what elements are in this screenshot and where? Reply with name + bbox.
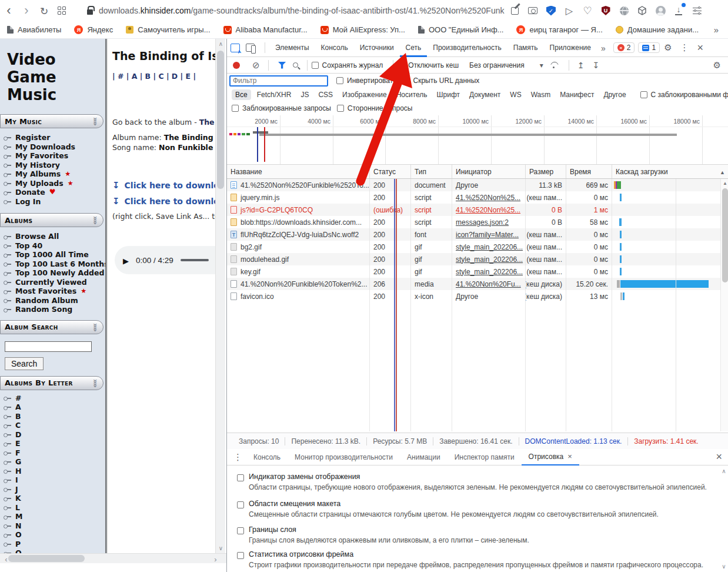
search-icon[interactable] [293,62,298,68]
scrollbar-thumb[interactable] [217,51,224,189]
letter-link[interactable]: H [4,467,105,476]
disable-cache-label[interactable]: Отключить кеш [408,61,459,69]
bookmark-domashnie[interactable]: Домашние задани... [616,25,699,34]
section-header-my-music[interactable]: My Music [0,114,103,128]
filter-funnel-icon[interactable] [278,62,286,69]
col-waterfall[interactable]: Каскад загрузки [612,165,728,178]
address-bar[interactable]: downloads.khinsider.com/game-soundtracks… [99,6,505,15]
more-tabs-icon[interactable] [597,43,610,53]
tune-menu-icon[interactable] [690,4,703,17]
invert-label[interactable]: Инвертировать [347,77,397,85]
col-initiator[interactable]: Инициатор [452,165,526,178]
album-search-input[interactable] [5,341,92,352]
letter-link[interactable]: L [4,503,105,513]
player-seekbar[interactable] [181,259,209,261]
sidebar-item-top-40[interactable]: Top 40 [4,241,105,251]
type-filter-xhr[interactable]: Fetch/XHR [253,89,295,100]
letter-link[interactable]: Q [4,548,105,553]
paint-flashing-checkbox[interactable] [237,474,244,481]
album-link[interactable]: The Bind [199,118,215,127]
drawer-kebab-icon[interactable] [229,452,246,463]
throttling-select[interactable]: Без ограничения [469,61,543,69]
letter-link[interactable]: E [4,439,105,448]
sidebar-item-my-favorites[interactable]: My Favorites [4,151,105,161]
import-har-icon[interactable] [573,60,589,70]
frame-rendering-stats-checkbox[interactable] [237,552,244,559]
export-har-icon[interactable] [588,60,603,70]
error-count-badge[interactable]: 2 [613,42,635,53]
drawer-tab-console[interactable]: Консоль [246,449,288,465]
scrollbar-thumb[interactable] [8,555,85,562]
package-extension-icon[interactable] [636,4,649,17]
scroll-up-icon[interactable] [721,181,728,186]
type-filter-css[interactable]: CSS [315,89,336,100]
tab-console[interactable]: Консоль [315,39,354,57]
initiator-link[interactable]: 41.%20Non%20Fu... [456,280,521,288]
tab-sources[interactable]: Источники [354,39,400,57]
request-row[interactable]: 41.%2520Non%2520Funkible%2520To... 200 d… [227,179,728,191]
blocked-cookies-checkbox[interactable] [640,91,647,98]
layer-borders-checkbox[interactable] [237,527,244,534]
blocked-requests-label[interactable]: Заблокированные запросы [242,104,331,112]
scroll-right-icon[interactable] [211,555,221,564]
letter-link[interactable]: # [4,394,105,403]
request-row-error[interactable]: js?id=G-C2PLQ6T0CQ (ошибка) script 41.%2… [227,204,728,216]
network-filter-input[interactable] [229,75,328,87]
download-link-1[interactable]: Click here to download as [112,180,215,191]
table-scrollbar[interactable] [720,179,728,431]
type-filter-wasm[interactable]: Wasm [527,89,555,100]
type-filter-all[interactable]: Все [232,89,251,100]
letter-link[interactable]: C [4,421,105,430]
sidebar-item-my-history[interactable]: My History [4,161,105,170]
download-link-2[interactable]: Click here to download as [112,196,215,207]
edit-bookmark-icon[interactable] [508,4,521,17]
play-button[interactable] [123,255,129,266]
drawer-tab-animations[interactable]: Анимации [400,449,448,465]
bookmark-ooo-ediny[interactable]: ООО "Единый Инф... [418,25,504,34]
sidebar-item-register[interactable]: Register [4,133,105,142]
scroll-up-icon[interactable] [216,41,226,47]
type-filter-ws[interactable]: WS [506,89,525,100]
inspect-element-icon[interactable] [231,44,240,52]
favorite-icon[interactable] [581,4,594,17]
letter-link[interactable]: D [4,430,105,440]
letter-link[interactable]: K [4,494,105,503]
letter-link[interactable]: G [4,457,105,467]
sidebar-item-random-song[interactable]: Random Song [4,305,105,314]
site-logo[interactable]: VideoGameMusic [0,39,105,104]
col-type[interactable]: Тип [411,165,452,178]
preserve-log-label[interactable]: Сохранять журнал [322,61,383,69]
type-filter-other[interactable]: Другое [600,89,629,100]
request-row[interactable]: modulehead.gif 200 gif style_main_202206… [227,253,728,265]
sidebar-item-most-favorites[interactable]: Most Favorites [4,287,105,296]
initiator-link[interactable]: style_main_202206... [456,268,523,276]
page-horizontal-scrollbar[interactable] [0,553,226,563]
letter-link[interactable]: M [4,512,105,521]
request-row[interactable]: blob:https://downloads.khinsider.com... … [227,216,728,228]
record-icon[interactable] [233,62,240,69]
kebab-menu-icon[interactable] [676,42,693,53]
network-conditions-icon[interactable] [549,62,559,69]
request-row[interactable]: favicon.ico 200 x-icon Другое (кеш диска… [227,290,728,302]
sidebar-item-log-in[interactable]: Log In [4,197,105,207]
section-header-album-search[interactable]: Album Search [0,320,103,334]
sidebar-item-donate[interactable]: Donate [4,188,105,197]
request-row[interactable]: bg2.gif 200 gif style_main_202206... (ке… [227,241,728,253]
tab-application[interactable]: Приложение [544,39,597,57]
sidebar-item-random-album[interactable]: Random Album [4,296,105,305]
page-vertical-scrollbar[interactable] [215,39,225,553]
initiator-link[interactable]: messages.json:2 [456,218,509,227]
disable-cache-checkbox[interactable] [398,62,405,69]
letter-link[interactable]: P [4,540,105,549]
tab-performance[interactable]: Производительность [427,39,507,57]
sidebar-item-top-100-new[interactable]: Top 100 Newly Added [4,268,105,278]
type-filter-font[interactable]: Шрифт [433,89,463,100]
letter-link[interactable]: A [4,403,105,412]
type-filter-doc[interactable]: Документ [466,89,504,100]
ublock-extension-icon[interactable]: U [599,4,612,17]
bookmark-aviabilety[interactable]: Авиабилеты [7,25,61,34]
clear-icon[interactable] [248,60,264,71]
drawer-tab-memory-inspector[interactable]: Инспектор памяти [448,449,522,465]
bookmark-samouchitel[interactable]: Самоучитель игры... [126,25,210,34]
col-name[interactable]: Название [227,165,370,178]
